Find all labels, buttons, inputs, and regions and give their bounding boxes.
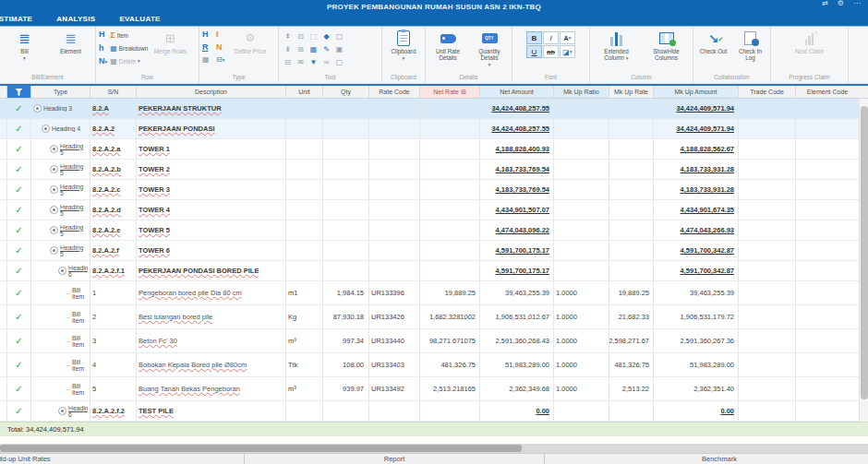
net-rate-cell[interactable] xyxy=(420,180,480,199)
mkup-amount-cell[interactable]: 4,183,733,931.28 xyxy=(654,160,739,179)
type-grid-icon[interactable]: ▦ xyxy=(202,55,215,67)
trade-code-cell[interactable] xyxy=(739,281,796,304)
share-icon[interactable]: ⇄ xyxy=(822,0,828,7)
table-row[interactable]: ✓ ‒ Bill Item 4 Bobokan Kepala Bored pil… xyxy=(0,353,868,377)
mkup-ratio-cell[interactable] xyxy=(554,180,609,199)
tool-grid-icon[interactable]: ▦ xyxy=(307,43,319,55)
bold-button[interactable]: B xyxy=(526,31,542,44)
mkup-rate-cell[interactable] xyxy=(609,139,654,159)
sn-cell[interactable]: 8.2.A.2.f xyxy=(90,241,137,260)
mkup-amount-cell[interactable]: 1,906,531,179.72 xyxy=(654,305,739,328)
mkup-ratio-cell[interactable] xyxy=(554,261,609,280)
sn-cell[interactable]: 8.2.A.2.d xyxy=(90,200,137,220)
net-rate-cell[interactable] xyxy=(420,160,480,179)
qty-cell[interactable] xyxy=(323,241,369,260)
description-cell[interactable]: Pengeboran bored pile Dia 80 cm xyxy=(137,281,286,304)
rate-code-cell[interactable]: UR133426 xyxy=(369,305,420,328)
rate-code-cell[interactable] xyxy=(369,220,420,240)
mkup-amount-cell[interactable]: 2,591,360,267.36 xyxy=(654,329,739,352)
sn-cell[interactable]: 8.2.A.2.f.2 xyxy=(90,401,137,421)
sn-cell[interactable]: 8.2.A.2.c xyxy=(90,180,137,199)
rate-code-cell[interactable] xyxy=(369,241,420,260)
element-code-cell[interactable] xyxy=(796,200,859,220)
tool-box7-icon[interactable]: ▢ xyxy=(333,56,345,68)
mkup-rate-cell[interactable] xyxy=(609,180,654,199)
qty-cell[interactable] xyxy=(323,139,369,159)
sn-cell[interactable]: 8.2.A.2 xyxy=(90,119,137,138)
row-check-cell[interactable]: ✓ xyxy=(7,139,31,159)
expand-icon[interactable] xyxy=(50,226,58,234)
row-check-cell[interactable]: ✓ xyxy=(7,200,31,220)
link-icon[interactable]: ∞ xyxy=(320,56,332,68)
net-rate-cell[interactable] xyxy=(420,200,480,220)
tool-box3-icon[interactable]: ▢ xyxy=(333,30,345,42)
row-h2-button[interactable]: h xyxy=(99,43,107,53)
qty-cell[interactable] xyxy=(323,220,369,240)
mkup-ratio-cell[interactable] xyxy=(554,139,609,159)
tool-box5-icon[interactable]: ▣ xyxy=(333,43,345,55)
type-cell[interactable]: ‒ Heading 4 xyxy=(31,119,90,138)
rate-code-cell[interactable] xyxy=(369,401,420,421)
sn-cell[interactable]: 4 xyxy=(90,353,137,376)
net-amount-cell[interactable]: 4,474,043,096.22 xyxy=(480,220,554,240)
define-price-button[interactable]: ⚙ Define Price xyxy=(232,30,269,54)
net-amount-cell[interactable]: 4,591,700,175.17 xyxy=(480,261,554,280)
mkup-amount-cell[interactable]: 4,434,901,674.35 xyxy=(654,200,739,220)
tab-benchmark[interactable]: Benchmark xyxy=(545,454,868,464)
type-cell[interactable]: ‒ Bill Item xyxy=(31,353,90,376)
sn-cell[interactable]: 8.2.A.2.f.1 xyxy=(90,261,137,280)
tool-box1-icon[interactable]: ⊡ xyxy=(295,30,307,42)
column-header-net-amount[interactable]: Net Amount xyxy=(480,86,554,98)
more-icon[interactable]: ⋯ xyxy=(853,0,861,7)
description-cell[interactable]: TEST PILE xyxy=(137,401,286,421)
rate-code-cell[interactable]: UR133440 xyxy=(369,329,420,352)
mkup-ratio-cell[interactable] xyxy=(554,220,609,240)
net-rate-cell[interactable]: 481,326.75 xyxy=(420,353,480,376)
trade-code-cell[interactable] xyxy=(739,329,796,352)
qty-cell[interactable]: 87,930.18 xyxy=(323,305,369,328)
type-cell[interactable]: ‒ Heading 5 xyxy=(31,139,90,159)
sn-cell[interactable]: 8.2.A.2.a xyxy=(90,139,137,159)
sn-cell[interactable]: 2 xyxy=(90,305,137,328)
mkup-rate-cell[interactable]: 481,326.75 xyxy=(609,353,654,376)
sn-cell[interactable]: 8.2.A.2.e xyxy=(90,220,137,240)
trade-code-cell[interactable] xyxy=(739,261,796,280)
net-amount-cell[interactable]: 2,362,349.68 xyxy=(480,377,554,400)
sn-cell[interactable]: 1 xyxy=(90,281,137,304)
element-code-cell[interactable] xyxy=(796,160,859,179)
rate-code-cell[interactable] xyxy=(369,261,420,280)
element-code-cell[interactable] xyxy=(796,305,859,328)
trade-code-cell[interactable] xyxy=(739,139,796,159)
trade-code-cell[interactable] xyxy=(739,180,796,199)
column-header-rate-code[interactable]: Rate Code xyxy=(369,86,420,98)
column-header-sn[interactable]: S/N xyxy=(90,86,137,98)
type-cell[interactable]: ‒ Heading 5 xyxy=(31,220,90,240)
column-header-unit[interactable]: Unit xyxy=(286,86,323,98)
column-header-net-rate[interactable]: Net Rate⊞ xyxy=(420,86,480,98)
net-rate-cell[interactable] xyxy=(420,401,480,421)
trade-code-cell[interactable] xyxy=(739,99,796,118)
table-row[interactable]: ✓ ‒ Heading 5 8.2.A.2.c TOWER 3 4,183,73… xyxy=(0,180,868,200)
underline-button[interactable]: U xyxy=(526,45,542,58)
description-cell[interactable]: TOWER 4 xyxy=(137,200,286,220)
table-row[interactable]: ✓ ‒ Heading 5 8.2.A.2.d TOWER 4 4,434,90… xyxy=(0,200,868,220)
description-cell[interactable]: Bobokan Kepala Bored pile Ø80cm xyxy=(137,353,286,376)
type-cell[interactable]: ‒ Heading 3 xyxy=(31,99,90,118)
mkup-amount-cell[interactable]: 4,591,700,342.87 xyxy=(654,261,739,280)
tab-analysis[interactable]: ANALYSIS xyxy=(56,15,95,23)
description-cell[interactable]: PEKERJAAN STRUKTUR xyxy=(137,99,286,118)
mkup-rate-cell[interactable] xyxy=(609,261,654,280)
quantity-details-button[interactable]: QTY Quantity Details▾ xyxy=(470,30,509,68)
element-code-cell[interactable] xyxy=(796,119,859,138)
element-code-cell[interactable] xyxy=(796,241,859,260)
qty-cell[interactable]: 939.97 xyxy=(323,377,369,400)
description-cell[interactable]: Buang Tanah Bekas Pengeboran xyxy=(137,377,286,400)
fold-up-icon[interactable]: ⇞ xyxy=(282,30,294,42)
next-claim-button[interactable]: Next Claim xyxy=(790,30,829,54)
mkup-amount-cell[interactable]: 4,183,733,931.28 xyxy=(654,180,739,199)
mkup-amount-cell[interactable]: 39,463,255.39 xyxy=(654,281,739,304)
net-amount-cell[interactable]: 4,591,700,175.17 xyxy=(480,241,554,260)
type-cell[interactable]: ‒ Heading 6 xyxy=(31,261,90,280)
expand-icon[interactable] xyxy=(50,206,58,214)
table-row[interactable]: ✓ ‒ Heading 6 8.2.A.2.f.2 TEST PILE 0.00… xyxy=(0,401,868,422)
